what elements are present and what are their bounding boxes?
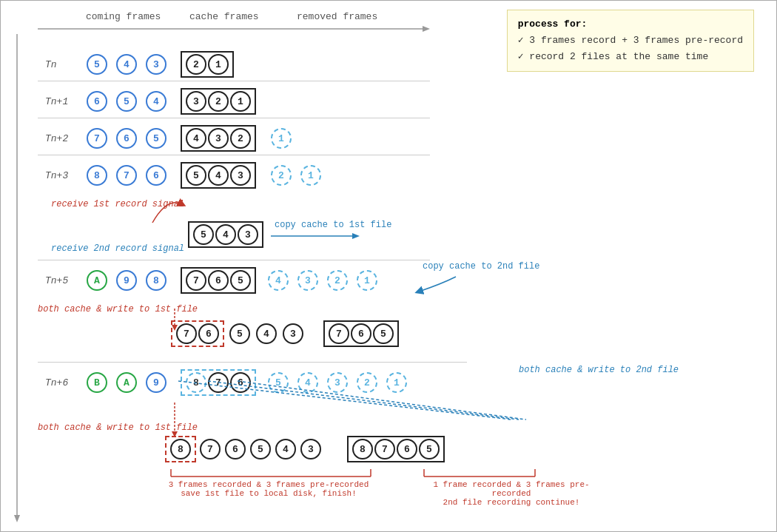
cache-3-tn2: 3	[208, 128, 229, 149]
removed-4-tn5: 4	[268, 270, 289, 291]
row-tn5: Tn+5 A 9 8 7 6 5 4 3 2 1	[45, 267, 378, 294]
divider-tn1	[38, 118, 430, 118]
f2-6: 6	[351, 323, 371, 344]
cache-box-tn1: 3 2 1	[181, 88, 256, 115]
cache-1-tn: 1	[208, 54, 229, 75]
info-box: process for: ✓ 3 frames record + 3 frame…	[507, 10, 754, 72]
cache-5-tn5: 5	[230, 270, 251, 291]
signal-cache-inner: 5 4 3	[188, 221, 263, 248]
label-tn: Tn	[45, 59, 78, 70]
info-item-1: ✓ 3 frames record + 3 frames pre-record	[518, 33, 743, 49]
coming-5-tn2: 5	[146, 128, 166, 149]
cache-7-tn5: 7	[186, 270, 206, 291]
sig-cache-4: 4	[215, 224, 236, 245]
cache-box-tn3: 5 4 3	[181, 162, 256, 189]
svg-marker-3	[14, 515, 20, 522]
cache-box-tn2: 4 3 2	[181, 125, 256, 152]
coming-7-tn2: 7	[87, 128, 107, 149]
removed-1-tn5: 1	[357, 270, 377, 291]
tn5-write-row: 7 6 5 4 3 7 6 5	[171, 320, 399, 347]
row-tn2: Tn+2 7 6 5 4 3 2 1	[45, 125, 292, 152]
divider-tn	[38, 81, 430, 81]
coming-7-tn3: 7	[116, 165, 137, 186]
cache-1-tn1: 1	[230, 91, 251, 112]
bracket-2nd-file	[417, 465, 542, 484]
top-arrow	[38, 23, 430, 35]
coming-A-tn5: A	[87, 270, 107, 291]
blue-dashed-arrows-tn6	[171, 375, 541, 449]
svg-marker-5	[352, 233, 360, 239]
coming-9-tn5: 9	[116, 270, 137, 291]
removed-1-tn2: 1	[271, 128, 292, 149]
coming-6: 6	[87, 91, 107, 112]
coming-8-tn5: 8	[146, 270, 166, 291]
cache-2-tn: 2	[186, 54, 206, 75]
red-arrow-1st	[145, 189, 189, 226]
bracket-1st-file	[164, 465, 378, 484]
removed-3-tn5: 3	[297, 270, 318, 291]
label-tn6: Tn+6	[45, 377, 78, 388]
cache-2-tn2: 2	[230, 128, 251, 149]
label-tn1: Tn+1	[45, 96, 78, 107]
coming-6-tn3: 6	[146, 165, 166, 186]
tn5-file2-box: 7 6 5	[323, 320, 399, 347]
cache-4-tn2: 4	[186, 128, 206, 149]
col-header-cache: cache frames	[189, 11, 259, 22]
svg-marker-1	[423, 26, 430, 32]
removed-2-tn5: 2	[327, 270, 348, 291]
cache-3-tn1: 3	[186, 91, 206, 112]
cache-3-tn3: 3	[230, 165, 251, 186]
sig-cache-3: 3	[238, 224, 258, 245]
svg-line-11	[208, 381, 519, 420]
col-header-coming: coming frames	[86, 11, 161, 22]
coming-5-tn: 5	[87, 54, 107, 75]
label-tn5: Tn+5	[45, 275, 78, 286]
signal-cache-box: 5 4 3	[188, 221, 263, 248]
col-header-removed: removed frames	[297, 11, 377, 22]
label-tn2: Tn+2	[45, 133, 78, 144]
coming-9-tn6: 9	[146, 372, 166, 393]
cache-5-tn3: 5	[186, 165, 206, 186]
w1-4s: 4	[256, 323, 277, 344]
w1-5s: 5	[229, 323, 250, 344]
row-tn: Tn 5 4 3 2 1	[45, 51, 234, 78]
coming-8-tn3: 8	[87, 165, 107, 186]
receive-2nd-signal: receive 2nd record signal	[51, 243, 184, 254]
row-tn1: Tn+1 6 5 4 3 2 1	[45, 88, 256, 115]
coming-5-tn1: 5	[116, 91, 137, 112]
cache-2-tn1: 2	[208, 91, 229, 112]
w1-3s: 3	[283, 323, 303, 344]
f2-7: 7	[329, 323, 349, 344]
copy-cache-1st-label: copy cache to 1st file	[275, 220, 391, 230]
svg-line-12	[238, 381, 526, 420]
blue-arrow-copy1	[271, 229, 360, 243]
left-arrow	[11, 34, 23, 522]
coming-4-tn1: 4	[146, 91, 166, 112]
red-dashed-arrow-tn5	[167, 309, 182, 331]
blue-arrow-copy2	[411, 273, 471, 295]
removed-2-tn3: 2	[271, 165, 292, 186]
divider-signal	[38, 260, 430, 260]
coming-4-tn: 4	[116, 54, 137, 75]
coming-6-tn2: 6	[116, 128, 137, 149]
row-tn3: Tn+3 8 7 6 5 4 3 2 1	[45, 162, 322, 189]
removed-1-tn3: 1	[300, 165, 321, 186]
main-container: coming frames cache frames removed frame…	[0, 0, 777, 532]
cache-4-tn3: 4	[208, 165, 229, 186]
cache-6-tn5: 6	[208, 270, 229, 291]
coming-A-tn6: A	[116, 372, 137, 393]
info-item-2: ✓ record 2 files at the same time	[518, 49, 743, 65]
svg-marker-7	[172, 325, 178, 331]
both-cache-write-2nd: both cache & write to 2nd file	[519, 365, 679, 375]
copy-cache-2nd-label: copy cache to 2nd file	[423, 261, 539, 272]
info-title: process for:	[518, 16, 743, 33]
f2-5: 5	[373, 323, 394, 344]
svg-line-10	[178, 381, 511, 420]
continue-note: 1 frame recorded & 3 frames pre-recorded…	[415, 480, 608, 507]
cache-box-tn5: 7 6 5	[181, 267, 256, 294]
divider-tn2	[38, 155, 430, 155]
cache-box-tn: 2 1	[181, 51, 234, 78]
divider-tn5	[38, 362, 467, 363]
sig-cache-5: 5	[193, 224, 214, 245]
coming-B-tn6: B	[87, 372, 107, 393]
